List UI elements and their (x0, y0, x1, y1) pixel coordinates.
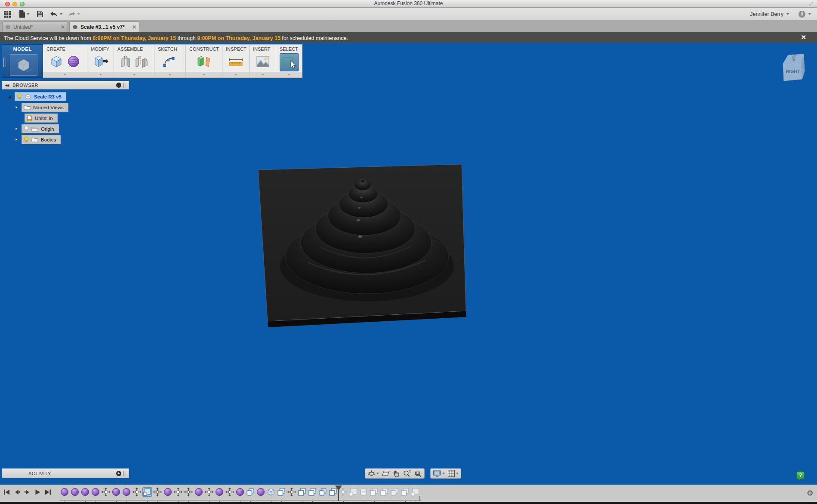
display-settings-button[interactable] (433, 470, 445, 477)
construct-plane-icon[interactable] (196, 54, 212, 71)
inspect-dropdown[interactable] (222, 72, 249, 77)
timeline-item-move[interactable] (173, 487, 183, 497)
expand-circle-icon[interactable]: + (116, 471, 121, 476)
timeline-item-form[interactable] (122, 487, 131, 497)
tab-untitled[interactable]: Untitled* ✕ (2, 22, 68, 32)
timeline-settings-gear-icon[interactable]: ⚙ (807, 489, 814, 498)
timeline-item-form[interactable] (256, 487, 265, 497)
panel-grip-handle[interactable] (123, 83, 126, 88)
timeline-item-form[interactable] (70, 487, 80, 497)
timeline-item-combine-suppressed[interactable] (379, 487, 389, 497)
timeline-item-combine-suppressed[interactable] (369, 487, 379, 497)
as-built-joint-icon[interactable] (135, 55, 148, 70)
select-dropdown[interactable] (276, 72, 302, 77)
collapse-triangle-icon[interactable] (15, 127, 18, 131)
timeline-item-form[interactable] (215, 487, 224, 497)
viewcube[interactable]: TOP RIGHT (779, 51, 805, 85)
bulb-on-icon[interactable] (17, 93, 22, 100)
play-button[interactable] (34, 489, 41, 497)
collapse-triangle-icon[interactable] (15, 138, 18, 141)
timeline-item-move[interactable] (204, 487, 214, 497)
insert-image-icon[interactable] (256, 55, 270, 70)
timeline-item-fillet-suppressed[interactable] (390, 487, 399, 497)
user-menu-arrow-icon[interactable] (786, 13, 789, 15)
step-back-button[interactable] (14, 489, 20, 497)
timeline-item-move[interactable] (225, 487, 234, 497)
viewport-canvas[interactable]: MODEL CREATE MODIFY (0, 43, 817, 485)
tree-row-root[interactable]: Scale R3 v5 (2, 92, 129, 101)
collapse-panel-icon[interactable]: ◀◀ (5, 83, 8, 87)
timeline-item-form[interactable] (80, 487, 90, 497)
insert-dropdown[interactable] (250, 72, 276, 77)
timeline-item-move[interactable] (184, 487, 193, 497)
app-launcher-grid-icon[interactable] (3, 10, 11, 18)
timeline-item-move[interactable] (132, 487, 142, 497)
viewcube-front-face[interactable]: RIGHT (784, 69, 802, 74)
create-box-icon[interactable] (49, 54, 63, 71)
timeline-ruler[interactable] (60, 501, 421, 501)
skip-to-start-button[interactable] (3, 489, 10, 497)
banner-close-icon[interactable]: ✕ (801, 34, 806, 41)
tree-row-units[interactable]: Units: in (2, 114, 129, 123)
sketch-dropdown[interactable] (154, 72, 185, 77)
tree-row-bodies[interactable]: Bodies (2, 135, 129, 144)
tab-scale-document[interactable]: Scale #3...1 v5 v7* ✕ (69, 22, 139, 32)
look-at-button[interactable] (382, 470, 390, 477)
undo-button[interactable] (49, 10, 62, 18)
timeline-item-move[interactable] (153, 487, 162, 497)
redo-menu-arrow-icon[interactable] (77, 13, 80, 15)
timeline-item-combine[interactable] (297, 487, 307, 497)
timeline-item-fillet[interactable] (318, 487, 327, 497)
measure-icon[interactable] (228, 55, 244, 70)
timeline-item-move[interactable] (101, 487, 111, 497)
browser-header[interactable]: ◀◀ BROWSER − (2, 81, 129, 89)
collapse-triangle-icon[interactable] (15, 105, 18, 109)
timeline-item-combine[interactable] (308, 487, 317, 497)
activity-panel[interactable]: ACTIVITY + (2, 468, 129, 478)
select-tool-button[interactable] (280, 53, 299, 71)
workspace-switcher-model[interactable]: MODEL (2, 44, 43, 78)
tab-close-icon[interactable]: ✕ (61, 24, 65, 30)
timeline-item-scale-suppressed[interactable] (348, 487, 358, 497)
help-menu-arrow-icon[interactable] (808, 13, 811, 15)
collapse-circle-icon[interactable]: − (116, 83, 121, 88)
skip-to-end-button[interactable] (45, 489, 51, 497)
step-forward-button[interactable] (24, 489, 31, 497)
help-icon[interactable]: ? (799, 11, 805, 18)
timeline-item-form[interactable] (163, 487, 173, 497)
timeline-item-combine-suppressed[interactable] (400, 487, 410, 497)
timeline-item-move[interactable] (287, 487, 296, 497)
tree-row-origin[interactable]: Origin (2, 124, 129, 133)
timeline-item-combine[interactable] (277, 487, 286, 497)
construct-dropdown[interactable] (186, 72, 222, 77)
bulb-on-icon[interactable] (24, 136, 29, 143)
zoom-button[interactable] (403, 470, 411, 478)
grid-snap-button[interactable] (447, 470, 459, 477)
expand-triangle-icon[interactable] (8, 95, 11, 98)
create-form-sphere-icon[interactable] (67, 54, 80, 71)
tab-close-icon[interactable]: ✕ (132, 24, 136, 30)
timeline-item-form[interactable] (111, 487, 121, 497)
user-menu[interactable]: Jennifer Berry (750, 11, 783, 17)
undo-menu-arrow-icon[interactable] (60, 13, 62, 15)
panel-grip-handle[interactable] (123, 471, 126, 476)
timeline-item-form[interactable] (60, 487, 69, 497)
sketch-spline-icon[interactable] (163, 55, 177, 70)
fullscreen-icon[interactable]: ⤢ (809, 1, 814, 6)
timeline-item-move-suppressed[interactable] (338, 487, 348, 497)
timeline-item-scale-suppressed[interactable] (410, 487, 420, 497)
timeline-item-form[interactable] (194, 487, 203, 497)
file-menu-button[interactable] (19, 10, 29, 18)
timeline-item-fillet[interactable] (246, 487, 255, 497)
save-button[interactable] (37, 10, 43, 18)
assemble-dropdown[interactable] (114, 72, 154, 77)
timeline-item-box[interactable] (266, 487, 276, 497)
press-pull-icon[interactable] (93, 54, 108, 71)
fit-zoom-window-button[interactable] (414, 470, 422, 478)
pan-hand-button[interactable] (392, 470, 400, 478)
redo-button[interactable] (67, 10, 80, 18)
bulb-off-icon[interactable] (24, 126, 29, 132)
ribbon-grip-handle[interactable] (3, 58, 6, 67)
tree-row-named-views[interactable]: Named Views (2, 103, 129, 112)
joint-icon[interactable] (120, 55, 131, 70)
